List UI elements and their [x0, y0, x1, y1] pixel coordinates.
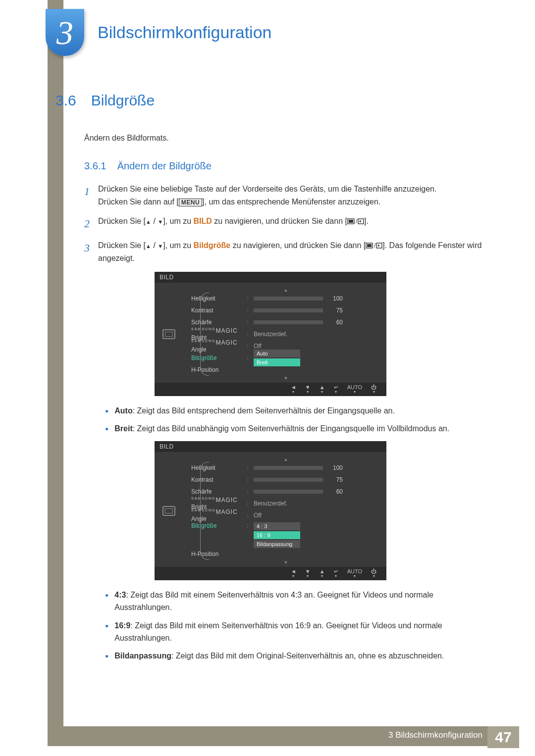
svg-rect-1: [349, 220, 353, 223]
osd-row: H-Position: [191, 548, 380, 560]
menu-button-label: MENU: [179, 199, 202, 206]
svg-text:/: /: [356, 218, 358, 225]
down-arrow-icon: ▼: [158, 219, 163, 225]
osd-option: 4 : 3: [254, 522, 300, 530]
up-arrow-icon: ▲: [146, 243, 151, 249]
option-list-2: ●4:3: Zeigt das Bild mit einem Seitenver…: [105, 589, 485, 662]
osd-row: Schärfe:60: [191, 486, 380, 498]
list-item: ●Auto: Zeigt das Bild entsprechend dem S…: [105, 405, 485, 417]
bullet-icon: ●: [105, 405, 108, 417]
source-enter-icon: /: [366, 241, 382, 250]
step-2: 2 Drücken Sie [▲ / ▼], um zu BILD zu nav…: [84, 215, 485, 232]
picture-category-icon: [162, 506, 175, 516]
page-content: 3.6 Bildgröße Ändern des Bildformats. 3.…: [55, 92, 485, 668]
osd-row: Helligkeit:100: [191, 293, 380, 304]
osd-row: Helligkeit:100: [191, 462, 380, 474]
section-number: 3.6: [55, 92, 76, 109]
scroll-up-icon: ▲: [191, 288, 380, 293]
osd-title: BILD: [155, 272, 386, 283]
scroll-up-icon: ▲: [191, 457, 380, 462]
page-number: 47: [487, 726, 519, 748]
subsection-number: 3.6.1: [84, 160, 106, 171]
list-item: ●Breit: Zeigt das Bild unabhängig vom Se…: [105, 423, 485, 435]
picture-category-icon: [162, 329, 175, 339]
svg-rect-5: [367, 244, 372, 247]
osd-option-selected: 16 : 9: [254, 531, 300, 539]
up-icon: ▲▾: [320, 569, 325, 578]
osd-option: Bildanpassung: [254, 540, 300, 548]
osd-row: SAMSUNGMAGIC Angle:Off: [191, 509, 380, 521]
step-number: 3: [84, 239, 98, 264]
osd-title: BILD: [155, 441, 386, 452]
bullet-icon: ●: [105, 589, 108, 614]
subsection-title: Ändern der Bildgröße: [117, 160, 212, 171]
bullet-icon: ●: [105, 620, 108, 645]
step-3: 3 Drücken Sie [▲ / ▼], um zu Bildgröße z…: [84, 239, 485, 264]
down-icon: ▼▾: [305, 385, 311, 394]
osd-screenshot-1: BILD ▲ Helligkeit:100 Kontrast:75 Schärf…: [155, 272, 386, 396]
power-icon: ⏻▾: [371, 385, 376, 394]
section-intro: Ändern des Bildformats.: [84, 134, 485, 143]
bullet-icon: ●: [105, 650, 108, 662]
osd-row-selected: Bildgröße:AutoBreit: [191, 352, 380, 364]
auto-label: AUTO▾: [347, 385, 362, 394]
up-arrow-icon: ▲: [146, 219, 151, 225]
section-heading: 3.6 Bildgröße: [55, 92, 485, 109]
subsection-heading: 3.6.1 Ändern der Bildgröße: [84, 160, 485, 172]
svg-text:/: /: [374, 242, 376, 249]
chapter-number-badge: 3: [46, 9, 84, 56]
bullet-icon: ●: [105, 423, 108, 435]
osd-row: SAMSUNGMAGIC Bright:Benutzerdef.: [191, 328, 380, 340]
page-footer: 3 Bildschirmkonfiguration 47: [0, 726, 535, 756]
nav-target: BILD: [194, 217, 212, 225]
osd-screenshot-2: BILD ▲ Helligkeit:100 Kontrast:75 Schärf…: [155, 441, 386, 580]
scroll-down-icon: ▼: [191, 560, 380, 565]
power-icon: ⏻▾: [371, 569, 376, 578]
step-body: Drücken Sie [▲ / ▼], um zu Bildgröße zu …: [98, 239, 485, 264]
enter-icon: ↵▾: [334, 385, 338, 394]
osd-row: Kontrast:75: [191, 304, 380, 316]
step-number: 2: [84, 215, 98, 232]
down-arrow-icon: ▼: [158, 243, 163, 249]
back-icon: ◄▾: [291, 385, 296, 394]
osd-option-selected: Breit: [254, 358, 300, 366]
step-body: Drücken Sie [▲ / ▼], um zu BILD zu navig…: [98, 215, 485, 232]
list-item: ●Bildanpassung: Zeigt das Bild mit dem O…: [105, 650, 485, 662]
osd-footer: ◄▾ ▼▾ ▲▾ ↵▾ AUTO▾ ⏻▾: [155, 567, 386, 580]
source-enter-icon: /: [347, 217, 364, 225]
section-title: Bildgröße: [91, 92, 155, 109]
osd-row-selected: Bildgröße:4 : 316 : 9Bildanpassung: [191, 521, 380, 548]
step-body: Drücken Sie eine beliebige Taste auf der…: [98, 183, 485, 208]
option-list-1: ●Auto: Zeigt das Bild entsprechend dem S…: [105, 405, 485, 436]
enter-icon: ↵▾: [334, 569, 338, 578]
osd-row: Kontrast:75: [191, 474, 380, 486]
list-item: ●16:9: Zeigt das Bild mit einem Seitenve…: [105, 620, 485, 645]
auto-label: AUTO▾: [347, 569, 362, 578]
scroll-down-icon: ▼: [191, 376, 380, 381]
step-number: 1: [84, 183, 98, 208]
footer-chapter-label: 3 Bildschirmkonfiguration: [388, 730, 482, 740]
back-icon: ◄▾: [291, 569, 296, 578]
list-item: ●4:3: Zeigt das Bild mit einem Seitenver…: [105, 589, 485, 614]
chapter-title: Bildschirmkonfiguration: [98, 23, 272, 42]
down-icon: ▼▾: [305, 569, 311, 578]
step-1: 1 Drücken Sie eine beliebige Taste auf d…: [84, 183, 485, 208]
chapter-number: 3: [56, 16, 73, 50]
nav-target: Bildgröße: [194, 241, 231, 250]
osd-row: SAMSUNGMAGIC Bright:Benutzerdef.: [191, 498, 380, 509]
up-icon: ▲▾: [320, 385, 325, 394]
osd-row: Schärfe:60: [191, 316, 380, 328]
osd-footer: ◄▾ ▼▾ ▲▾ ↵▾ AUTO▾ ⏻▾: [155, 383, 386, 396]
osd-option: Auto: [254, 350, 300, 357]
